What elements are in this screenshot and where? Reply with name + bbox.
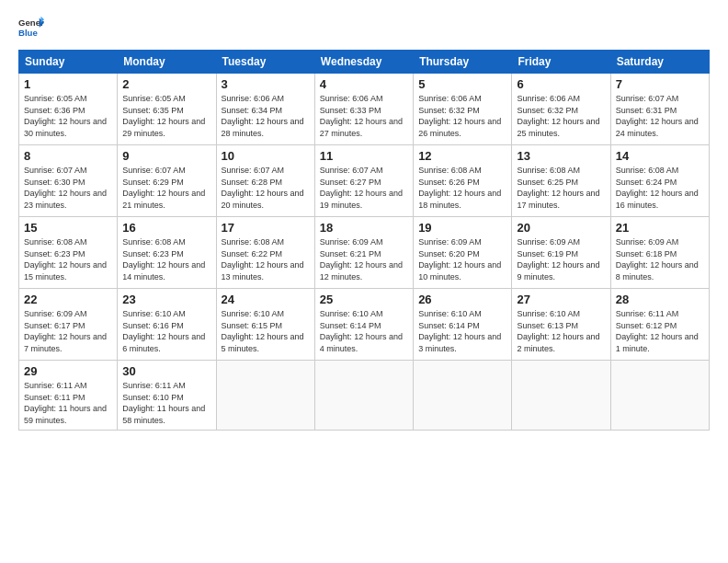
day-info: Sunrise: 6:08 AM Sunset: 6:26 PM Dayligh… — [418, 165, 506, 211]
day-info: Sunrise: 6:09 AM Sunset: 6:21 PM Dayligh… — [320, 236, 408, 282]
day-info: Sunrise: 6:07 AM Sunset: 6:29 PM Dayligh… — [122, 165, 210, 211]
day-info: Sunrise: 6:05 AM Sunset: 6:35 PM Dayligh… — [122, 93, 210, 139]
calendar-cell: 16 Sunrise: 6:08 AM Sunset: 6:23 PM Dayl… — [118, 217, 216, 289]
calendar-cell: 30 Sunrise: 6:11 AM Sunset: 6:10 PM Dayl… — [118, 361, 216, 431]
day-number: 6 — [517, 77, 605, 91]
calendar-cell: 20 Sunrise: 6:09 AM Sunset: 6:19 PM Dayl… — [512, 217, 610, 289]
calendar-cell — [512, 361, 610, 431]
day-number: 9 — [122, 149, 210, 163]
day-number: 8 — [24, 149, 112, 163]
calendar-cell: 27 Sunrise: 6:10 AM Sunset: 6:13 PM Dayl… — [512, 289, 610, 361]
day-number: 21 — [616, 221, 704, 235]
day-number: 29 — [24, 364, 112, 378]
calendar-cell: 12 Sunrise: 6:08 AM Sunset: 6:26 PM Dayl… — [414, 145, 512, 217]
day-number: 11 — [320, 149, 408, 163]
day-number: 13 — [517, 149, 605, 163]
calendar-cell: 21 Sunrise: 6:09 AM Sunset: 6:18 PM Dayl… — [610, 217, 709, 289]
day-number: 23 — [122, 293, 210, 306]
calendar-cell: 13 Sunrise: 6:08 AM Sunset: 6:25 PM Dayl… — [512, 145, 610, 217]
day-number: 15 — [24, 221, 112, 235]
week-row-5: 29 Sunrise: 6:11 AM Sunset: 6:11 PM Dayl… — [19, 361, 710, 431]
weekday-sunday: Sunday — [19, 51, 118, 74]
day-number: 10 — [222, 149, 310, 163]
day-info: Sunrise: 6:06 AM Sunset: 6:34 PM Dayligh… — [222, 93, 310, 139]
day-info: Sunrise: 6:09 AM Sunset: 6:19 PM Dayligh… — [517, 236, 605, 282]
calendar-cell: 5 Sunrise: 6:06 AM Sunset: 6:32 PM Dayli… — [414, 74, 512, 145]
calendar-cell: 26 Sunrise: 6:10 AM Sunset: 6:14 PM Dayl… — [414, 289, 512, 361]
day-number: 3 — [222, 77, 310, 91]
day-info: Sunrise: 6:08 AM Sunset: 6:24 PM Dayligh… — [616, 165, 704, 211]
day-info: Sunrise: 6:11 AM Sunset: 6:10 PM Dayligh… — [122, 380, 210, 426]
header: General Blue — [18, 15, 710, 40]
calendar-cell — [216, 361, 314, 431]
calendar-cell: 24 Sunrise: 6:10 AM Sunset: 6:15 PM Dayl… — [216, 289, 314, 361]
calendar-cell — [414, 361, 512, 431]
weekday-tuesday: Tuesday — [216, 51, 314, 74]
day-number: 27 — [517, 293, 605, 306]
day-info: Sunrise: 6:10 AM Sunset: 6:14 PM Dayligh… — [320, 308, 408, 354]
day-number: 24 — [222, 293, 310, 306]
week-row-2: 8 Sunrise: 6:07 AM Sunset: 6:30 PM Dayli… — [19, 145, 710, 217]
day-number: 30 — [122, 364, 210, 378]
calendar-cell — [610, 361, 709, 431]
logo-icon: General Blue — [18, 15, 44, 40]
day-info: Sunrise: 6:11 AM Sunset: 6:11 PM Dayligh… — [24, 380, 112, 426]
calendar-cell: 1 Sunrise: 6:05 AM Sunset: 6:36 PM Dayli… — [19, 74, 118, 145]
day-info: Sunrise: 6:07 AM Sunset: 6:27 PM Dayligh… — [320, 165, 408, 211]
day-info: Sunrise: 6:07 AM Sunset: 6:31 PM Dayligh… — [616, 93, 704, 139]
weekday-saturday: Saturday — [610, 51, 709, 74]
day-number: 25 — [320, 293, 408, 306]
week-row-1: 1 Sunrise: 6:05 AM Sunset: 6:36 PM Dayli… — [19, 74, 710, 145]
day-info: Sunrise: 6:06 AM Sunset: 6:32 PM Dayligh… — [517, 93, 605, 139]
day-number: 16 — [122, 221, 210, 235]
calendar-cell: 8 Sunrise: 6:07 AM Sunset: 6:30 PM Dayli… — [19, 145, 118, 217]
svg-text:Blue: Blue — [18, 28, 38, 38]
calendar-cell: 7 Sunrise: 6:07 AM Sunset: 6:31 PM Dayli… — [610, 74, 709, 145]
calendar-cell: 28 Sunrise: 6:11 AM Sunset: 6:12 PM Dayl… — [610, 289, 709, 361]
day-info: Sunrise: 6:07 AM Sunset: 6:28 PM Dayligh… — [222, 165, 310, 211]
day-info: Sunrise: 6:09 AM Sunset: 6:17 PM Dayligh… — [24, 308, 112, 354]
calendar-cell: 29 Sunrise: 6:11 AM Sunset: 6:11 PM Dayl… — [19, 361, 118, 431]
day-number: 18 — [320, 221, 408, 235]
calendar-cell: 19 Sunrise: 6:09 AM Sunset: 6:20 PM Dayl… — [414, 217, 512, 289]
calendar-cell: 14 Sunrise: 6:08 AM Sunset: 6:24 PM Dayl… — [610, 145, 709, 217]
day-info: Sunrise: 6:08 AM Sunset: 6:23 PM Dayligh… — [24, 236, 112, 282]
day-info: Sunrise: 6:11 AM Sunset: 6:12 PM Dayligh… — [616, 308, 704, 354]
calendar-cell: 22 Sunrise: 6:09 AM Sunset: 6:17 PM Dayl… — [19, 289, 118, 361]
weekday-header-row: SundayMondayTuesdayWednesdayThursdayFrid… — [19, 51, 710, 74]
day-info: Sunrise: 6:08 AM Sunset: 6:22 PM Dayligh… — [222, 236, 310, 282]
day-info: Sunrise: 6:09 AM Sunset: 6:18 PM Dayligh… — [616, 236, 704, 282]
day-number: 2 — [122, 77, 210, 91]
calendar-cell — [314, 361, 413, 431]
calendar-cell: 4 Sunrise: 6:06 AM Sunset: 6:33 PM Dayli… — [314, 74, 413, 145]
calendar-cell: 2 Sunrise: 6:05 AM Sunset: 6:35 PM Dayli… — [118, 74, 216, 145]
day-number: 4 — [320, 77, 408, 91]
weekday-monday: Monday — [118, 51, 216, 74]
calendar-cell: 25 Sunrise: 6:10 AM Sunset: 6:14 PM Dayl… — [314, 289, 413, 361]
day-info: Sunrise: 6:07 AM Sunset: 6:30 PM Dayligh… — [24, 165, 112, 211]
page: General Blue SundayMondayTuesdayWednesda… — [0, 0, 728, 563]
calendar-cell: 18 Sunrise: 6:09 AM Sunset: 6:21 PM Dayl… — [314, 217, 413, 289]
day-info: Sunrise: 6:05 AM Sunset: 6:36 PM Dayligh… — [24, 93, 112, 139]
day-number: 20 — [517, 221, 605, 235]
day-number: 14 — [616, 149, 704, 163]
calendar-cell: 3 Sunrise: 6:06 AM Sunset: 6:34 PM Dayli… — [216, 74, 314, 145]
calendar-cell: 23 Sunrise: 6:10 AM Sunset: 6:16 PM Dayl… — [118, 289, 216, 361]
calendar-cell: 11 Sunrise: 6:07 AM Sunset: 6:27 PM Dayl… — [314, 145, 413, 217]
day-info: Sunrise: 6:06 AM Sunset: 6:32 PM Dayligh… — [418, 93, 506, 139]
day-info: Sunrise: 6:08 AM Sunset: 6:23 PM Dayligh… — [122, 236, 210, 282]
weekday-friday: Friday — [512, 51, 610, 74]
day-number: 7 — [616, 77, 704, 91]
logo: General Blue — [18, 15, 44, 40]
weekday-wednesday: Wednesday — [314, 51, 413, 74]
day-info: Sunrise: 6:09 AM Sunset: 6:20 PM Dayligh… — [418, 236, 506, 282]
day-info: Sunrise: 6:10 AM Sunset: 6:15 PM Dayligh… — [222, 308, 310, 354]
day-number: 26 — [418, 293, 506, 306]
calendar-cell: 9 Sunrise: 6:07 AM Sunset: 6:29 PM Dayli… — [118, 145, 216, 217]
calendar-body: 1 Sunrise: 6:05 AM Sunset: 6:36 PM Dayli… — [19, 74, 710, 431]
day-info: Sunrise: 6:10 AM Sunset: 6:16 PM Dayligh… — [122, 308, 210, 354]
day-number: 12 — [418, 149, 506, 163]
day-number: 1 — [24, 77, 112, 91]
week-row-4: 22 Sunrise: 6:09 AM Sunset: 6:17 PM Dayl… — [19, 289, 710, 361]
day-info: Sunrise: 6:10 AM Sunset: 6:13 PM Dayligh… — [517, 308, 605, 354]
